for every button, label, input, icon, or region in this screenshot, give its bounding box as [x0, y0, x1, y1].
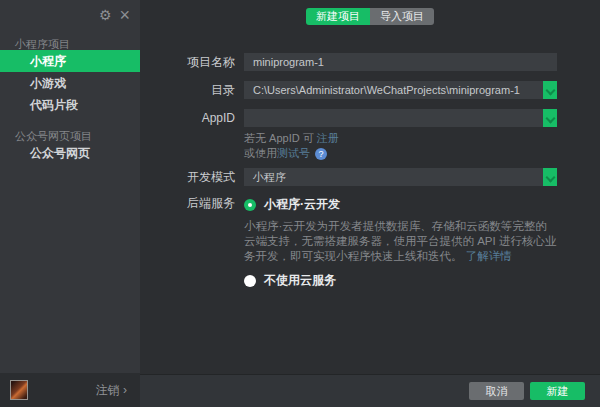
learn-more-link[interactable]: 了解详情 [466, 250, 512, 262]
backend-service-row: 后端服务 小程序·云开发 小程序·云开发为开发者提供数据库、存储和云函数等完整的… [140, 196, 600, 289]
radio-unselected-icon[interactable] [244, 275, 256, 287]
project-name-label: 项目名称 [140, 53, 235, 71]
project-name-input[interactable] [244, 53, 557, 71]
appid-help-register: 若无 AppID 可 注册 [244, 132, 600, 145]
chevron-right-icon: › [123, 383, 127, 397]
user-avatar[interactable] [10, 380, 28, 400]
radio-selected-icon[interactable] [244, 199, 256, 211]
sidebar: ⚙ × 小程序项目 小程序 小游戏 代码片段 公众号网页项目 公众号网页 注销 … [0, 0, 140, 407]
sidebar-item-minigame[interactable]: 小游戏 [0, 72, 140, 94]
tab-import-project[interactable]: 导入项目 [370, 8, 434, 25]
appid-row: AppID [140, 109, 600, 127]
radio-cloud-dev[interactable]: 小程序·云开发 [244, 196, 564, 213]
new-project-dialog: ⚙ × 小程序项目 小程序 小游戏 代码片段 公众号网页项目 公众号网页 注销 … [0, 0, 600, 407]
radio-no-cloud[interactable]: 不使用云服务 [244, 272, 564, 289]
test-account-link[interactable]: 测试号 [277, 147, 310, 160]
main-panel: 新建项目 导入项目 项目名称 目录 C:\Users\Administrator… [140, 0, 600, 407]
settings-gear-icon[interactable]: ⚙ [99, 7, 112, 23]
sidebar-item-official-account-web[interactable]: 公众号网页 [0, 142, 140, 164]
sidebar-footer: 注销 › [0, 373, 140, 407]
cancel-button[interactable]: 取消 [469, 382, 524, 400]
sidebar-item-code-snippet[interactable]: 代码片段 [0, 94, 140, 116]
cloud-dev-description: 小程序·云开发为开发者提供数据库、存储和云函数等完整的云端支持，无需搭建服务器，… [244, 219, 557, 264]
project-name-row: 项目名称 [140, 53, 600, 71]
logout-link[interactable]: 注销 › [96, 382, 127, 399]
sidebar-section-miniprogram-projects: 小程序项目 [0, 37, 140, 50]
directory-dropdown-button[interactable] [543, 81, 557, 99]
sidebar-titlebar: ⚙ × [0, 0, 140, 24]
dev-mode-dropdown-button[interactable] [543, 168, 557, 186]
sidebar-section-official-account-projects: 公众号网页项目 [0, 129, 140, 142]
radio-no-cloud-label: 不使用云服务 [264, 272, 336, 289]
help-question-icon[interactable]: ? [315, 148, 327, 160]
radio-cloud-dev-label: 小程序·云开发 [264, 196, 340, 213]
create-button[interactable]: 新建 [530, 382, 585, 400]
dev-mode-select[interactable]: 小程序 [244, 168, 557, 186]
close-icon[interactable]: × [119, 7, 130, 23]
sidebar-item-miniprogram[interactable]: 小程序 [0, 50, 140, 72]
backend-service-label: 后端服务 [140, 196, 235, 289]
appid-dropdown-button[interactable] [543, 109, 557, 127]
directory-input[interactable]: C:\Users\Administrator\WeChatProjects\mi… [244, 81, 557, 99]
appid-help-testaccount: 或使用 测试号? [244, 147, 600, 160]
appid-input[interactable] [244, 109, 557, 127]
tab-new-project[interactable]: 新建项目 [306, 8, 370, 25]
register-link[interactable]: 注册 [317, 132, 339, 144]
appid-label: AppID [140, 109, 235, 127]
directory-row: 目录 C:\Users\Administrator\WeChatProjects… [140, 81, 600, 99]
dev-mode-row: 开发模式 小程序 [140, 168, 600, 186]
project-tabs: 新建项目 导入项目 [306, 8, 434, 25]
new-project-form: 项目名称 目录 C:\Users\Administrator\WeChatPro… [140, 53, 600, 289]
dialog-footer: 取消 新建 [140, 374, 600, 407]
dev-mode-label: 开发模式 [140, 168, 235, 186]
directory-label: 目录 [140, 81, 235, 99]
